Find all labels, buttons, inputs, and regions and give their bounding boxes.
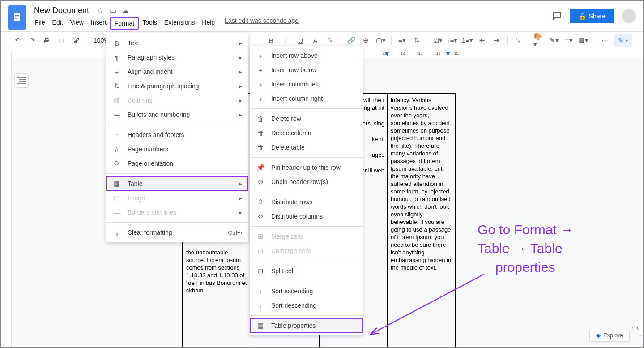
- editing-mode-button[interactable]: ✎ ▾: [614, 34, 632, 47]
- side-panel-toggle[interactable]: ‹: [632, 320, 643, 336]
- more-button[interactable]: ⋯: [599, 34, 611, 47]
- submenu-arrow-icon: ▶: [239, 210, 242, 215]
- menu-file[interactable]: File: [31, 17, 49, 30]
- submenu-item-sort-ascending[interactable]: ↑Sort ascending: [250, 284, 363, 298]
- border-style-button[interactable]: ▦▾: [577, 34, 589, 47]
- menu-item-line-paragraph-spacing[interactable]: ⇅Line & paragraph spacing▶: [106, 79, 248, 93]
- menu-view[interactable]: View: [67, 17, 87, 30]
- submenu-item-delete-row[interactable]: 🗑Delete row: [250, 112, 363, 126]
- submenu-item-distribute-columns[interactable]: ⇔Distribute columns: [250, 209, 363, 223]
- menu-item-label: Table properties: [271, 322, 356, 329]
- submenu-item-delete-column[interactable]: 🗑Delete column: [250, 126, 363, 140]
- submenu-item-insert-column-right[interactable]: +Insert column right: [250, 91, 363, 106]
- menu-separator: [250, 281, 363, 281]
- border-width-button[interactable]: ═▾: [563, 34, 575, 47]
- share-button[interactable]: 🔒 Share: [570, 9, 614, 23]
- link-button[interactable]: 🔗: [345, 34, 358, 47]
- menu-item-headers-and-footers[interactable]: ⊟Headers and footers: [106, 128, 248, 142]
- comments-icon[interactable]: [552, 11, 563, 21]
- menu-item-table[interactable]: ▦Table▶: [106, 176, 248, 191]
- menu-item-paragraph-styles[interactable]: ¶Paragraph styles▶: [106, 50, 248, 64]
- explore-button[interactable]: ◆ Explore: [589, 329, 630, 342]
- menu-item-icon: 🗑: [256, 129, 265, 137]
- menu-item-label: Unmerge cells: [271, 247, 356, 254]
- menu-item-icon: ¶: [112, 54, 121, 61]
- outdent-button[interactable]: ⇤: [476, 34, 488, 47]
- fill-color-button[interactable]: 🎨▾: [533, 34, 546, 47]
- menu-item-clear-formatting[interactable]: ᵪClear formattingCtrl+\: [106, 225, 248, 240]
- menu-item-align-and-indent[interactable]: ≡Align and indent▶: [106, 64, 248, 79]
- last-edit-link[interactable]: Last edit was seconds ago: [225, 17, 299, 30]
- menu-extensions[interactable]: Extensions: [161, 17, 198, 30]
- underline-button[interactable]: U: [294, 34, 307, 47]
- document-title[interactable]: New Document: [31, 5, 92, 16]
- menu-item-label: Unpin header row(s): [271, 178, 356, 185]
- submenu-item-delete-table[interactable]: 🗑Delete table: [250, 140, 363, 155]
- menu-separator: [250, 192, 363, 192]
- menu-item-image: ▢Image▶: [106, 191, 248, 205]
- menu-item-label: Paragraph styles: [128, 54, 232, 61]
- paint-format-button[interactable]: 🖌: [70, 34, 82, 47]
- submenu-arrow-icon: ▶: [239, 181, 242, 186]
- submenu-item-split-cell[interactable]: ⊡Split cell: [250, 264, 363, 278]
- submenu-item-unpin-header-row-s-[interactable]: ⊘Unpin header row(s): [250, 175, 363, 189]
- outline-button[interactable]: [14, 73, 29, 88]
- menu-insert[interactable]: Insert: [87, 17, 110, 30]
- menu-item-page-numbers[interactable]: #Page numbers: [106, 142, 248, 156]
- move-icon[interactable]: ▭: [109, 6, 117, 14]
- menu-separator: [250, 226, 363, 227]
- redo-button[interactable]: ↷: [26, 34, 38, 47]
- italic-button[interactable]: I: [280, 34, 292, 47]
- avatar[interactable]: [622, 9, 636, 23]
- menu-item-label: Columns: [128, 97, 232, 104]
- numbered-list-button[interactable]: 1≡▾: [461, 34, 473, 47]
- separator: [341, 35, 341, 45]
- comment-button[interactable]: ⊕: [360, 34, 372, 47]
- submenu-item-distribute-rows[interactable]: ⇕Distribute rows: [250, 195, 363, 209]
- spellcheck-button[interactable]: Ａ̲: [55, 34, 68, 47]
- submenu-item-insert-column-left[interactable]: +Insert column left: [250, 77, 363, 91]
- star-icon[interactable]: ☆: [96, 6, 104, 14]
- menu-help[interactable]: Help: [198, 17, 218, 30]
- menu-item-bullets-and-numbering[interactable]: ≔Bullets and numbering▶: [106, 107, 248, 122]
- submenu-item-insert-row-below[interactable]: +Insert row below: [250, 63, 363, 77]
- border-color-button[interactable]: ✎▾: [548, 34, 560, 47]
- submenu-arrow-icon: ▶: [239, 98, 242, 103]
- svg-rect-1: [15, 15, 19, 16]
- svg-rect-3: [15, 18, 17, 19]
- bullet-list-button[interactable]: ⁝≡▾: [447, 34, 459, 47]
- print-button[interactable]: 🖶: [41, 34, 53, 47]
- menu-item-label: Clear formatting: [128, 229, 222, 236]
- text-color-button[interactable]: A: [309, 34, 321, 47]
- submenu-item-insert-row-above[interactable]: +Insert row above: [250, 48, 363, 63]
- image-button[interactable]: ▢▾: [375, 34, 387, 47]
- menu-item-label: Delete row: [271, 115, 356, 122]
- indent-button[interactable]: ⇥: [491, 34, 503, 47]
- menu-item-icon: ⇔: [256, 212, 265, 220]
- menu-item-icon: B: [112, 39, 121, 47]
- menu-item-label: Borders and lines: [128, 209, 232, 216]
- separator: [529, 35, 529, 45]
- line-spacing-button[interactable]: ⇅: [411, 34, 423, 47]
- menu-item-icon: ↓: [256, 302, 265, 309]
- highlight-button[interactable]: ✎: [324, 34, 336, 47]
- bold-button[interactable]: B: [265, 34, 277, 47]
- checklist-button[interactable]: ☑▾: [432, 34, 444, 47]
- submenu-item-sort-descending[interactable]: ↓Sort descending: [250, 298, 363, 313]
- menu-item-text[interactable]: BText▶: [106, 36, 248, 50]
- submenu-item-pin-header-up-to-this-row[interactable]: 📌Pin header up to this row: [250, 160, 363, 175]
- menu-item-icon: 🗑: [256, 115, 265, 123]
- undo-button[interactable]: ↶: [12, 34, 24, 47]
- menu-edit[interactable]: Edit: [49, 17, 67, 30]
- menu-item-icon: ≡: [112, 68, 121, 76]
- menu-format[interactable]: Format: [110, 17, 139, 30]
- docs-logo[interactable]: [8, 5, 26, 30]
- clear-format-button[interactable]: ᵀₓ: [512, 34, 524, 47]
- cell-text: infancy. Various versions have evolved o…: [391, 96, 452, 271]
- menu-item-page-orientation[interactable]: ⟳Page orientation: [106, 156, 248, 171]
- submenu-item-table-properties[interactable]: ▦Table properties: [250, 318, 363, 333]
- cloud-icon[interactable]: ☁: [121, 6, 129, 14]
- menu-tools[interactable]: Tools: [139, 17, 161, 30]
- annotation-text: Go to Format → Table → Table properties: [478, 220, 630, 277]
- align-button[interactable]: ≡▾: [396, 34, 408, 47]
